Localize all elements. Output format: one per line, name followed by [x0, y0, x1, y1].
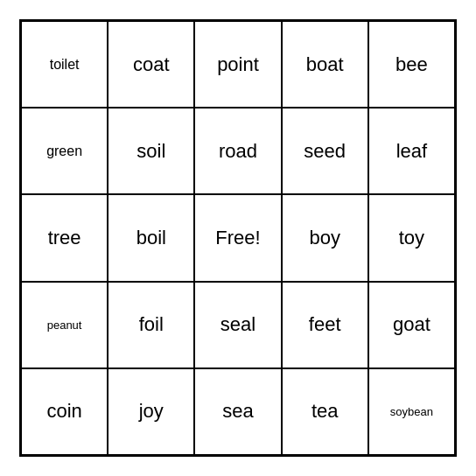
bingo-cell-21: joy — [108, 368, 194, 455]
bingo-cell-17: seal — [194, 282, 281, 368]
bingo-cell-5: green — [21, 108, 108, 194]
bingo-cell-19: goat — [368, 282, 455, 368]
bingo-cell-11: boil — [108, 194, 194, 281]
bingo-cell-23: tea — [282, 368, 368, 455]
bingo-cell-15: peanut — [21, 282, 108, 368]
bingo-cell-20: coin — [21, 368, 108, 455]
bingo-cell-10: tree — [21, 194, 108, 281]
bingo-cell-8: seed — [282, 108, 368, 194]
bingo-card: toiletcoatpointboatbeegreensoilroadseedl… — [19, 19, 457, 457]
bingo-cell-24: soybean — [368, 368, 455, 455]
bingo-cell-4: bee — [368, 21, 455, 108]
bingo-cell-0: toilet — [21, 21, 108, 108]
bingo-cell-16: foil — [108, 282, 194, 368]
bingo-cell-13: boy — [282, 194, 368, 281]
bingo-cell-7: road — [194, 108, 281, 194]
bingo-cell-12: Free! — [194, 194, 281, 281]
bingo-cell-3: boat — [282, 21, 368, 108]
bingo-cell-18: feet — [282, 282, 368, 368]
bingo-cell-2: point — [194, 21, 281, 108]
bingo-cell-14: toy — [368, 194, 455, 281]
bingo-cell-1: coat — [108, 21, 194, 108]
bingo-cell-22: sea — [194, 368, 281, 455]
bingo-cell-6: soil — [108, 108, 194, 194]
bingo-cell-9: leaf — [368, 108, 455, 194]
